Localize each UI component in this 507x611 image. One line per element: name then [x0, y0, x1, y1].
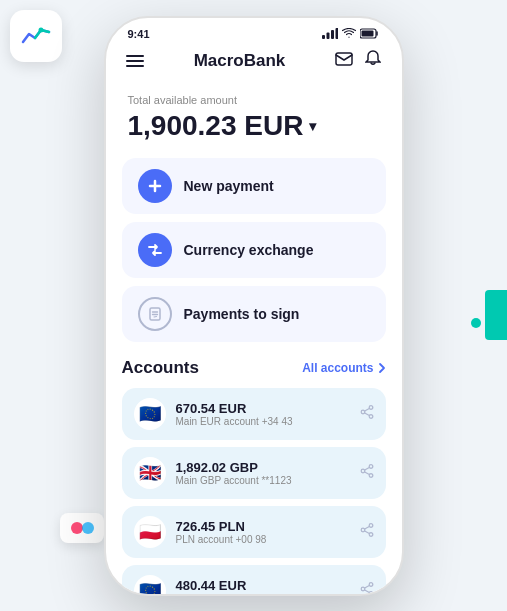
- svg-line-32: [364, 590, 369, 593]
- accounts-title: Accounts: [122, 358, 199, 378]
- accounts-section: Accounts All accounts 🇪🇺 670.54 EUR Main…: [106, 342, 402, 594]
- header-icons: [335, 50, 381, 72]
- svg-point-18: [369, 465, 373, 469]
- account-amount: 670.54 EUR: [176, 401, 293, 416]
- payments-to-sign-label: Payments to sign: [184, 306, 300, 322]
- svg-rect-2: [326, 33, 329, 40]
- share-icon[interactable]: [360, 464, 374, 481]
- account-info: 670.54 EUR Main EUR account +34 43: [176, 401, 293, 427]
- currency-exchange-label: Currency exchange: [184, 242, 314, 258]
- svg-point-15: [361, 410, 365, 414]
- account-info: 1,892.02 GBP Main GBP account **1123: [176, 460, 292, 486]
- deco-teal-bar: [485, 290, 507, 340]
- account-flag: 🇵🇱: [134, 516, 166, 548]
- svg-point-14: [369, 415, 373, 419]
- svg-rect-6: [361, 31, 373, 37]
- svg-point-28: [369, 583, 373, 587]
- svg-point-19: [369, 474, 373, 478]
- accounts-header: Accounts All accounts: [122, 358, 386, 378]
- account-flag: 🇪🇺: [134, 575, 166, 594]
- svg-line-26: [364, 526, 369, 529]
- account-amount: 480.44 EUR: [176, 578, 269, 593]
- svg-rect-4: [335, 28, 338, 39]
- svg-point-24: [369, 533, 373, 537]
- battery-icon: [360, 28, 380, 39]
- notification-icon[interactable]: [365, 50, 381, 72]
- payments-to-sign-icon: [138, 297, 172, 331]
- new-payment-label: New payment: [184, 178, 274, 194]
- accounts-list: 🇪🇺 670.54 EUR Main EUR account +34 43 🇬🇧…: [122, 388, 386, 594]
- balance-chevron: ▾: [309, 118, 316, 134]
- share-icon[interactable]: [360, 405, 374, 422]
- balance-label: Total available amount: [128, 94, 380, 106]
- deco-pink-card: [60, 513, 104, 543]
- account-desc: Main GBP account **1123: [176, 475, 292, 486]
- account-item[interactable]: 🇬🇧 1,892.02 GBP Main GBP account **1123: [122, 447, 386, 499]
- svg-point-23: [369, 524, 373, 528]
- account-info: 480.44 EUR EUR account +65 36: [176, 578, 269, 594]
- share-icon[interactable]: [360, 582, 374, 594]
- account-desc: PLN account +00 98: [176, 534, 267, 545]
- svg-point-20: [361, 469, 365, 473]
- account-item[interactable]: 🇵🇱 726.45 PLN PLN account +00 98: [122, 506, 386, 558]
- account-flag: 🇪🇺: [134, 398, 166, 430]
- phone-shell: 9:41: [104, 16, 404, 596]
- balance-section: Total available amount 1,900.23 EUR ▾: [106, 84, 402, 158]
- account-amount: 1,892.02 GBP: [176, 460, 292, 475]
- svg-point-30: [361, 587, 365, 591]
- deco-chart-widget: [10, 10, 62, 62]
- account-left: 🇪🇺 670.54 EUR Main EUR account +34 43: [134, 398, 293, 430]
- svg-point-13: [369, 406, 373, 410]
- signal-icon: [322, 28, 338, 39]
- new-payment-icon: [138, 169, 172, 203]
- wifi-icon: [342, 28, 356, 39]
- status-time: 9:41: [128, 28, 150, 40]
- svg-rect-3: [331, 30, 334, 39]
- svg-point-0: [39, 28, 44, 33]
- account-item[interactable]: 🇪🇺 480.44 EUR EUR account +65 36: [122, 565, 386, 594]
- account-desc: Main EUR account +34 43: [176, 416, 293, 427]
- chevron-right-icon: [378, 362, 386, 374]
- account-desc: EUR account +65 36: [176, 593, 269, 594]
- currency-exchange-icon: [138, 233, 172, 267]
- deco-teal-dot: [471, 318, 481, 328]
- svg-line-21: [364, 467, 369, 470]
- status-bar: 9:41: [106, 18, 402, 46]
- account-left: 🇵🇱 726.45 PLN PLN account +00 98: [134, 516, 267, 548]
- account-item[interactable]: 🇪🇺 670.54 EUR Main EUR account +34 43: [122, 388, 386, 440]
- new-payment-button[interactable]: New payment: [122, 158, 386, 214]
- svg-rect-1: [322, 35, 325, 39]
- svg-point-29: [369, 592, 373, 594]
- account-left: 🇬🇧 1,892.02 GBP Main GBP account **1123: [134, 457, 292, 489]
- app-header: MacroBank: [106, 46, 402, 84]
- payments-to-sign-button[interactable]: Payments to sign: [122, 286, 386, 342]
- message-icon[interactable]: [335, 52, 353, 70]
- app-title: MacroBank: [194, 51, 286, 71]
- svg-line-17: [364, 413, 369, 416]
- account-amount: 726.45 PLN: [176, 519, 267, 534]
- account-info: 726.45 PLN PLN account +00 98: [176, 519, 267, 545]
- svg-point-25: [361, 528, 365, 532]
- account-flag: 🇬🇧: [134, 457, 166, 489]
- svg-line-22: [364, 472, 369, 475]
- svg-line-16: [364, 408, 369, 411]
- balance-amount[interactable]: 1,900.23 EUR ▾: [128, 110, 380, 142]
- share-icon[interactable]: [360, 523, 374, 540]
- menu-button[interactable]: [126, 55, 144, 67]
- actions-list: New payment Currency exchange: [106, 158, 402, 342]
- svg-rect-7: [336, 53, 352, 65]
- currency-exchange-button[interactable]: Currency exchange: [122, 222, 386, 278]
- all-accounts-link[interactable]: All accounts: [302, 361, 385, 375]
- svg-line-31: [364, 585, 369, 588]
- status-icons: [322, 28, 380, 39]
- svg-line-27: [364, 531, 369, 534]
- account-left: 🇪🇺 480.44 EUR EUR account +65 36: [134, 575, 269, 594]
